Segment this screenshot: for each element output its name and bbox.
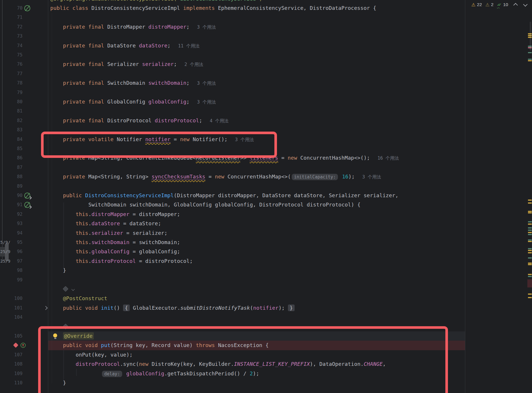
spring-bean-navigate-icon[interactable]	[24, 202, 30, 208]
chevron-down-icon[interactable]	[71, 287, 75, 291]
inlay-row[interactable]	[0, 285, 465, 294]
usages-inlay-hint[interactable]: 3 个用法	[362, 174, 381, 180]
code-line-93[interactable]: 93this.dataStore = dataStore;	[0, 219, 465, 228]
line-number[interactable]: 97	[0, 257, 23, 266]
annotation-settings-icon[interactable]	[63, 286, 68, 292]
line-number[interactable]: 105	[0, 331, 23, 341]
overrides-method-icon[interactable]	[21, 343, 26, 348]
line-number[interactable]: 94	[0, 228, 23, 238]
line-number[interactable]: 80	[0, 97, 23, 106]
line-number[interactable]: 87	[0, 163, 23, 172]
error-stripe-mark[interactable]	[528, 297, 532, 298]
line-number[interactable]: 96	[0, 247, 23, 256]
passed-group[interactable]: ✓✓ 10	[497, 2, 508, 7]
line-number[interactable]: 93	[0, 219, 23, 228]
error-stripe-mark[interactable]	[528, 274, 532, 275]
line-number[interactable]: 110	[0, 378, 23, 388]
error-stripe-mark[interactable]	[528, 241, 532, 242]
code-line-75[interactable]: 75	[0, 50, 465, 60]
spring-bean-icon[interactable]	[24, 5, 30, 11]
line-number[interactable]: 91	[0, 200, 23, 209]
line-number[interactable]: 95	[0, 238, 23, 247]
error-stripe-mark[interactable]	[528, 232, 532, 233]
scrollbar-thumb[interactable]	[530, 22, 531, 51]
line-number[interactable]: 75	[0, 50, 23, 60]
code-line-96[interactable]: 96this.globalConfig = globalConfig;	[0, 247, 465, 256]
code-line-90[interactable]: 90public DistroConsistencyServiceImpl(Di…	[0, 191, 465, 200]
error-stripe-mark[interactable]	[528, 59, 532, 60]
line-number[interactable]: 86	[0, 153, 23, 163]
error-stripe-mark[interactable]	[528, 294, 532, 295]
line-number[interactable]: 71	[0, 13, 23, 22]
code-line-95[interactable]: 95this.switchDomain = switchDomain;	[0, 238, 465, 247]
error-stripe-mark[interactable]	[528, 264, 532, 265]
code-line-76[interactable]: 76private final Serializer serializer;2 …	[0, 60, 465, 69]
code-line-79[interactable]: 79	[0, 88, 465, 97]
line-number[interactable]: 78	[0, 78, 23, 88]
error-stripe[interactable]	[527, 0, 532, 393]
line-number[interactable]: 92	[0, 210, 23, 219]
error-stripe-mark[interactable]	[528, 257, 532, 259]
line-number[interactable]: 90	[0, 191, 23, 200]
line-number[interactable]: 108	[0, 359, 23, 369]
error-stripe-mark[interactable]	[528, 60, 532, 61]
line-number[interactable]: 98	[0, 266, 23, 275]
error-stripe-mark[interactable]	[528, 202, 532, 204]
line-number[interactable]: 101	[0, 303, 23, 313]
code-line-78[interactable]: 78private final SwitchDomain switchDomai…	[0, 78, 465, 88]
line-number[interactable]: 72	[0, 22, 23, 32]
error-stripe-mark[interactable]	[528, 224, 532, 225]
code-line-82[interactable]: 82private final DistroProtocol distroPro…	[0, 116, 465, 125]
error-stripe-mark[interactable]	[528, 234, 532, 235]
code-line-81[interactable]: 81	[0, 106, 465, 116]
code-line-101[interactable]: 101public void init() { GlobalExecutor.s…	[0, 303, 465, 313]
error-stripe-mark[interactable]	[528, 248, 532, 249]
line-number[interactable]: 79	[0, 88, 23, 97]
stripe-current-line-block[interactable]	[527, 279, 532, 287]
code-line-100[interactable]: 100@PostConstruct	[0, 294, 465, 303]
error-stripe-mark[interactable]	[528, 200, 532, 201]
line-number[interactable]: 74	[0, 41, 23, 50]
error-stripe-mark[interactable]	[528, 239, 532, 241]
line-number[interactable]: 84	[0, 135, 23, 144]
code-line-89[interactable]: 89	[0, 182, 465, 191]
error-stripe-mark[interactable]	[528, 221, 532, 222]
error-stripe-mark[interactable]	[528, 276, 532, 277]
line-number[interactable]: 82	[0, 116, 23, 125]
code-line-77[interactable]: 77	[0, 69, 465, 78]
error-stripe-mark[interactable]	[528, 230, 532, 231]
line-number[interactable]: 77	[0, 69, 23, 78]
line-number[interactable]: 85	[0, 144, 23, 153]
line-number[interactable]: 83	[0, 125, 23, 134]
error-stripe-mark[interactable]	[528, 212, 532, 213]
error-stripe-mark[interactable]	[528, 252, 532, 253]
code-line-91[interactable]: 91SwitchDomain switchDomain, GlobalConfi…	[0, 200, 465, 209]
code-line-92[interactable]: 92this.distroMapper = distroMapper;	[0, 210, 465, 219]
code-line-71[interactable]: 71	[0, 13, 465, 22]
code-line-70[interactable]: 70public class DistroConsistencyServiceI…	[0, 3, 465, 13]
usages-inlay-hint[interactable]: 4 个用法	[210, 118, 228, 123]
code-line-88[interactable]: 88private Map<String, String> syncChecks…	[0, 172, 465, 181]
line-number[interactable]: 73	[0, 32, 23, 41]
code-line-99[interactable]: 99	[0, 275, 465, 285]
code-line-98[interactable]: 98}	[0, 266, 465, 275]
code-line-97[interactable]: 97this.distroProtocol = distroProtocol;	[0, 257, 465, 266]
line-number[interactable]: 100	[0, 294, 23, 303]
error-stripe-mark[interactable]	[528, 211, 532, 212]
spring-bean-navigate-icon[interactable]	[24, 193, 30, 199]
usages-inlay-hint[interactable]: 3 个用法	[197, 81, 216, 86]
usages-inlay-hint[interactable]: 3 个用法	[197, 99, 216, 105]
line-number[interactable]: 109	[0, 369, 23, 378]
line-number[interactable]: 76	[0, 60, 23, 69]
usages-inlay-hint[interactable]: 11 个用法	[178, 43, 200, 49]
usages-inlay-hint[interactable]: 16 个用法	[377, 156, 399, 161]
code-line-80[interactable]: 80private final GlobalConfig globalConfi…	[0, 97, 465, 106]
line-number[interactable]: 70	[0, 3, 23, 13]
code-line-73[interactable]: 73	[0, 32, 465, 41]
warnings-group[interactable]: ⚠ 22	[471, 2, 482, 8]
code-line-104[interactable]: 104	[0, 313, 465, 322]
line-number[interactable]: 89	[0, 182, 23, 191]
line-number[interactable]: 81	[0, 106, 23, 116]
line-number[interactable]: 107	[0, 350, 23, 359]
line-number[interactable]: 104	[0, 313, 23, 322]
